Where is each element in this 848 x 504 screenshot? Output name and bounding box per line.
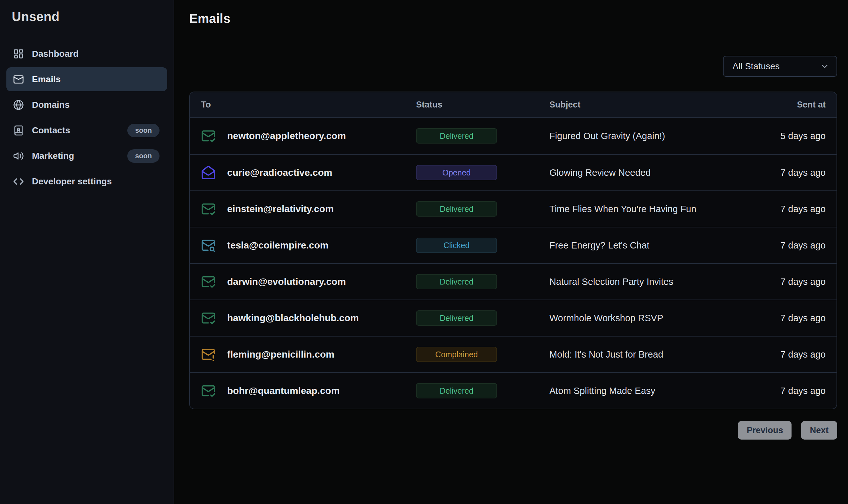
column-header-subject: Subject xyxy=(549,100,730,110)
toolbar: All Statuses xyxy=(189,56,837,77)
sidebar-item-marketing[interactable]: Marketing soon xyxy=(6,144,167,168)
email-subject: Free Energy? Let's Chat xyxy=(549,240,730,251)
mail-open-icon xyxy=(201,165,216,180)
sent-at: 7 days ago xyxy=(730,386,826,396)
sent-at: 7 days ago xyxy=(730,313,826,323)
sent-at: 7 days ago xyxy=(730,276,826,287)
status-badge: Delivered xyxy=(416,310,497,326)
email-subject: Wormhole Workshop RSVP xyxy=(549,313,730,323)
email-subject: Mold: It's Not Just for Bread xyxy=(549,349,730,360)
mail-check-icon xyxy=(201,129,216,143)
status-badge: Complained xyxy=(416,347,497,362)
email-subject: Glowing Review Needed xyxy=(549,167,730,178)
brand-logo: Unsend xyxy=(6,10,167,24)
sent-at: 7 days ago xyxy=(730,240,826,251)
email-subject: Natural Selection Party Invites xyxy=(549,276,730,287)
email-subject: Time Flies When You're Having Fun xyxy=(549,204,730,214)
status-badge: Opened xyxy=(416,165,497,180)
main-content: Emails All Statuses To Status Subject Se… xyxy=(174,0,848,504)
table-row[interactable]: einstein@relativity.com Delivered Time F… xyxy=(190,191,836,227)
mail-check-icon xyxy=(201,383,216,398)
table-row[interactable]: fleming@penicillin.com Complained Mold: … xyxy=(190,336,836,372)
sidebar-nav: Dashboard Emails Domains Contacts soon M… xyxy=(6,42,167,193)
mail-check-icon xyxy=(201,274,216,289)
sidebar-item-dashboard[interactable]: Dashboard xyxy=(6,42,167,66)
sent-at: 7 days ago xyxy=(730,167,826,178)
chevron-down-icon xyxy=(820,61,830,71)
status-badge: Delivered xyxy=(416,128,497,144)
table-row[interactable]: tesla@coilempire.com Clicked Free Energy… xyxy=(190,227,836,263)
status-filter-value: All Statuses xyxy=(733,61,780,71)
sidebar: Unsend Dashboard Emails Domains Contacts… xyxy=(0,0,174,504)
sidebar-item-domains[interactable]: Domains xyxy=(6,93,167,117)
mail-search-icon xyxy=(201,238,216,253)
column-header-to: To xyxy=(201,100,416,110)
sidebar-item-emails[interactable]: Emails xyxy=(6,67,167,91)
page-title: Emails xyxy=(189,12,837,26)
mail-check-icon xyxy=(201,311,216,325)
soon-badge: soon xyxy=(127,149,160,163)
mail-check-icon xyxy=(201,202,216,216)
code-icon xyxy=(13,176,24,187)
table-body: newton@appletheory.com Delivered Figured… xyxy=(190,118,836,409)
recipient-email: bohr@quantumleap.com xyxy=(227,385,340,396)
pagination: Previous Next xyxy=(189,421,837,439)
column-header-status: Status xyxy=(416,100,549,110)
table-row[interactable]: bohr@quantumleap.com Delivered Atom Spli… xyxy=(190,372,836,409)
sidebar-item-developer-settings[interactable]: Developer settings xyxy=(6,169,167,193)
soon-badge: soon xyxy=(127,124,160,137)
contacts-icon xyxy=(13,125,24,136)
dashboard-icon xyxy=(13,49,24,59)
recipient-email: newton@appletheory.com xyxy=(227,130,346,141)
mail-warning-icon xyxy=(201,347,216,362)
previous-button[interactable]: Previous xyxy=(738,421,792,439)
status-filter-dropdown[interactable]: All Statuses xyxy=(723,56,837,77)
status-badge: Delivered xyxy=(416,383,497,398)
table-row[interactable]: curie@radioactive.com Opened Glowing Rev… xyxy=(190,154,836,191)
email-subject: Figured Out Gravity (Again!) xyxy=(549,131,730,141)
recipient-email: curie@radioactive.com xyxy=(227,167,332,178)
sent-at: 7 days ago xyxy=(730,349,826,360)
mail-icon xyxy=(13,74,24,85)
sent-at: 5 days ago xyxy=(730,131,826,141)
next-button[interactable]: Next xyxy=(801,421,837,439)
emails-table: To Status Subject Sent at newton@appleth… xyxy=(189,92,837,409)
recipient-email: tesla@coilempire.com xyxy=(227,240,329,251)
table-row[interactable]: newton@appletheory.com Delivered Figured… xyxy=(190,118,836,154)
recipient-email: darwin@evolutionary.com xyxy=(227,276,346,287)
recipient-email: hawking@blackholehub.com xyxy=(227,312,359,323)
sidebar-item-contacts[interactable]: Contacts soon xyxy=(6,118,167,142)
table-row[interactable]: darwin@evolutionary.com Delivered Natura… xyxy=(190,263,836,300)
email-subject: Atom Splitting Made Easy xyxy=(549,386,730,396)
table-header: To Status Subject Sent at xyxy=(190,92,836,118)
status-badge: Delivered xyxy=(416,201,497,217)
app-root: { "app": { "brand": "Unsend" }, "sidebar… xyxy=(0,0,848,504)
recipient-email: fleming@penicillin.com xyxy=(227,349,335,360)
recipient-email: einstein@relativity.com xyxy=(227,203,334,214)
megaphone-icon xyxy=(13,150,24,161)
table-row[interactable]: hawking@blackholehub.com Delivered Wormh… xyxy=(190,300,836,336)
status-badge: Delivered xyxy=(416,274,497,289)
globe-icon xyxy=(13,100,24,110)
column-header-sent-at: Sent at xyxy=(730,100,826,110)
sent-at: 7 days ago xyxy=(730,204,826,214)
status-badge: Clicked xyxy=(416,238,497,253)
